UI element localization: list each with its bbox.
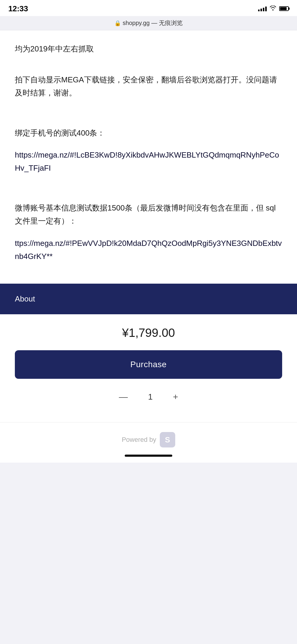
about-section: About — [0, 284, 297, 314]
purchase-button[interactable]: Purchase — [15, 350, 282, 379]
lock-icon: 🔒 — [114, 20, 121, 26]
quantity-increase-button[interactable]: + — [168, 389, 183, 404]
paragraph-1: 均为2019年中左右抓取 — [15, 42, 282, 55]
battery-icon — [279, 6, 289, 11]
home-indicator — [125, 455, 172, 457]
content-card: 均为2019年中左右抓取 拍下自动显示MEGA下载链接，安全保密，翻墙后谷歌浏览… — [0, 30, 297, 284]
price-display: ¥1,799.00 — [15, 326, 282, 340]
status-time: 12:33 — [8, 4, 28, 13]
browser-bar: 🔒 shoppy.gg — 无痕浏览 — [0, 16, 297, 30]
status-icons — [258, 6, 289, 12]
status-bar: 12:33 — [0, 0, 297, 16]
paragraph-4: 微博账号基本信息测试数据1500条（最后发微博时间没有包含在里面，但 sql 文… — [15, 201, 282, 227]
svg-text:S: S — [165, 435, 170, 444]
link-2[interactable]: ttps://mega.nz/#!PEwVVJpD!k20MdaD7QhQzOo… — [15, 237, 282, 263]
signal-icon — [258, 6, 267, 11]
paragraph-3: 绑定手机号的测试400条： — [15, 126, 282, 139]
url-text: shoppy.gg — 无痕浏览 — [123, 19, 183, 27]
paragraph-2: 拍下自动显示MEGA下载链接，安全保密，翻墙后谷歌浏览器打开。没问题请及时结算，… — [15, 73, 282, 99]
purchase-section: ¥1,799.00 Purchase — 1 + — [0, 314, 297, 422]
browser-url: 🔒 shoppy.gg — 无痕浏览 — [114, 19, 183, 27]
shoppy-logo-icon: S — [160, 432, 175, 447]
quantity-control: — 1 + — [15, 389, 282, 410]
powered-by-text: Powered by — [122, 436, 156, 444]
about-label: About — [15, 294, 35, 303]
quantity-value: 1 — [144, 392, 156, 402]
footer: Powered by S — [0, 422, 297, 463]
link-1[interactable]: https://mega.nz/#!LcBE3KwD!8yXikbdvAHwJK… — [15, 148, 282, 175]
powered-by-row: Powered by S — [6, 432, 291, 447]
wifi-icon — [270, 6, 276, 12]
quantity-decrease-button[interactable]: — — [114, 389, 132, 404]
